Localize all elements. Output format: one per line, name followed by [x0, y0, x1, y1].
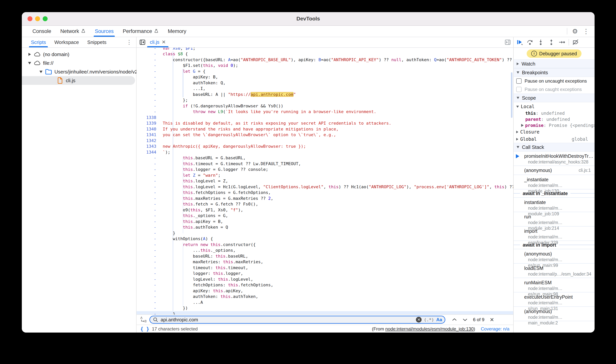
regex-toggle[interactable]: (.*) — [424, 317, 434, 322]
line-number[interactable]: - — [137, 196, 159, 202]
line-number[interactable]: - — [137, 288, 159, 294]
line-number[interactable]: - — [137, 276, 159, 282]
line-number[interactable]: 1339 — [137, 120, 159, 126]
line-number[interactable]: - — [137, 247, 159, 253]
checkbox[interactable] — [516, 78, 521, 84]
line-number[interactable]: - — [137, 80, 159, 86]
code-line[interactable]: -class $8 { — [137, 51, 513, 57]
step-into-icon[interactable] — [537, 38, 545, 46]
line-number[interactable]: - — [137, 69, 159, 74]
code-line[interactable]: - authToken: this.authToken, — [137, 294, 513, 299]
source-map-link[interactable]: node:internal/modules/esm/module_job:130 — [385, 326, 474, 331]
call-stack-frame[interactable]: loadESMnode:internal/p…/esm_loader:34 — [514, 264, 595, 278]
code-line[interactable]: - }) — [137, 305, 513, 311]
line-number[interactable]: 1342 — [137, 138, 159, 144]
code-line[interactable]: - ...A — [137, 299, 513, 305]
pretty-print-icon[interactable]: { } — [140, 326, 149, 332]
clear-search-icon[interactable]: ✕ — [416, 317, 422, 323]
code-line[interactable]: - constructor({baseURL: A=ao("ANTHROPIC_… — [137, 57, 513, 63]
code-line[interactable]: - ...this._options, — [137, 247, 513, 253]
call-stack-frame[interactable]: promiseInitHookWithDestroyTr…node:intern… — [514, 152, 595, 166]
code-line[interactable]: - this.logger = G.logger ?? console; — [137, 167, 513, 172]
chevron-right-icon[interactable] — [521, 124, 524, 127]
next-match-icon[interactable] — [462, 318, 468, 322]
tab-performance[interactable]: Performance — [119, 26, 163, 37]
tab-sources[interactable]: Sources — [91, 26, 117, 37]
code-line[interactable]: - this.fetchOptions = G.fetchOptions, — [137, 190, 513, 196]
line-number[interactable]: - — [137, 57, 159, 63]
gear-icon[interactable]: ⚙ — [572, 28, 578, 35]
tree-down-arrow-icon[interactable] — [38, 71, 44, 73]
code-line[interactable]: - $F1.set(this, void 0); — [137, 63, 513, 69]
code-line[interactable]: - this.baseURL = G.baseURL, — [137, 155, 513, 161]
step-out-icon[interactable] — [547, 38, 555, 46]
close-tab-icon[interactable]: ✕ — [162, 39, 166, 45]
line-number[interactable]: - — [137, 172, 159, 178]
line-number[interactable]: - — [137, 271, 159, 276]
code-line[interactable]: - } — [137, 230, 513, 236]
step-icon[interactable] — [558, 38, 566, 46]
code-line[interactable]: - throw new L9(`It looks like you're run… — [137, 109, 513, 115]
call-stack-frame[interactable]: (anonymous)node:internal/m…main_module:2 — [514, 307, 595, 321]
navigator-more-icon[interactable]: ⋮ — [126, 37, 136, 47]
line-number[interactable]: 1344 — [137, 149, 159, 155]
line-number[interactable]: - — [137, 242, 159, 248]
code-line[interactable]: - ...I, — [137, 86, 513, 92]
tree-item-file-[interactable]: file:// — [22, 59, 136, 67]
line-number[interactable]: - — [137, 184, 159, 190]
line-number[interactable]: - — [137, 265, 159, 271]
line-number[interactable]: - — [137, 253, 159, 259]
line-number[interactable]: - — [137, 167, 159, 172]
code-line[interactable]: - fetchOptions: this.fetchOptions, — [137, 282, 513, 288]
line-number[interactable]: - — [137, 63, 159, 69]
scope-variable-this[interactable]: this: undefined — [514, 110, 595, 116]
code-line[interactable]: - this.timeout = G.timeout ?? Lw.DEFAULT… — [137, 161, 513, 167]
line-number[interactable]: - — [137, 213, 159, 219]
code-line[interactable]: - authToken: Q, — [137, 80, 513, 86]
code-line[interactable]: - o9(this, $F1, Xs0, "f"), — [137, 207, 513, 213]
code-line[interactable]: - this.apiKey = B, — [137, 219, 513, 225]
code-line[interactable]: - }; — [137, 97, 513, 103]
line-number[interactable]: - — [137, 51, 159, 57]
line-number[interactable]: 1340 — [137, 126, 159, 132]
line-number[interactable]: - — [137, 207, 159, 213]
step-over-icon[interactable] — [526, 38, 534, 46]
resume-script-icon[interactable] — [516, 38, 523, 46]
code-line[interactable]: -var Xs0, $F1; — [137, 48, 513, 51]
line-number[interactable]: - — [137, 311, 159, 314]
line-number[interactable]: - — [137, 178, 159, 184]
code-line[interactable]: - return new this.constructor({ — [137, 242, 513, 248]
line-number[interactable]: - — [137, 86, 159, 92]
line-number[interactable]: 1343 — [137, 143, 159, 149]
line-number[interactable]: - — [137, 103, 159, 109]
replace-toggle-icon[interactable]: AB — [140, 316, 146, 324]
code-line[interactable]: - apiKey: this.apiKey, — [137, 288, 513, 294]
checkbox[interactable] — [516, 87, 521, 92]
scope-group-global[interactable]: Globalglobal — [514, 136, 595, 143]
line-number[interactable]: 1338 — [137, 115, 159, 121]
more-menu-icon[interactable]: ⋮ — [583, 28, 589, 35]
code-line[interactable]: 1338 — [137, 115, 513, 121]
collapse-navigator-icon[interactable] — [139, 38, 146, 46]
editor-scrollbar[interactable] — [511, 72, 512, 118]
close-search-icon[interactable]: ✕ — [490, 317, 494, 323]
line-number[interactable]: - — [137, 294, 159, 299]
call-stack-frame[interactable]: (anonymous)cli.js:1 — [514, 166, 595, 175]
call-stack-frame[interactable]: runMainESMnode:internal/m…es/run_main:98 — [514, 278, 595, 292]
call-stack-frame[interactable]: _instantiatenode:internal/m…module_job:1… — [514, 175, 595, 189]
search-input[interactable]: api.anthropic.com ✕ (.*) Aa — [149, 316, 445, 324]
line-number[interactable]: - — [137, 155, 159, 161]
tree-item-users-jinhuilee-nvm-versions-node-v2-[interactable]: Users/jinhuilee/.nvm/versions/node/v2… — [22, 67, 136, 76]
deactivate-breakpoints-icon[interactable] — [572, 38, 580, 46]
code-line[interactable]: 1343new Anthropic({ apiKey, dangerouslyA… — [137, 143, 513, 149]
line-number[interactable]: - — [137, 219, 159, 225]
code-line[interactable]: 1339This is disabled by default, as it r… — [137, 120, 513, 126]
scope-variable-promise[interactable]: promise: Promise {<pending>} — [514, 122, 595, 128]
code-line[interactable]: - this.logLevel = Hc1(G.logLevel, "Clien… — [137, 184, 513, 190]
code-line[interactable]: - withOptions(A) { — [137, 236, 513, 242]
line-number[interactable]: - — [137, 97, 159, 103]
call-stack-frame[interactable]: executeUserEntryPointnode:internal/m…s/r… — [514, 292, 595, 307]
collapse-debugger-icon[interactable] — [504, 38, 512, 46]
sidebar-tab-workspace[interactable]: Workspace — [50, 37, 83, 47]
previous-match-icon[interactable] — [452, 318, 457, 322]
